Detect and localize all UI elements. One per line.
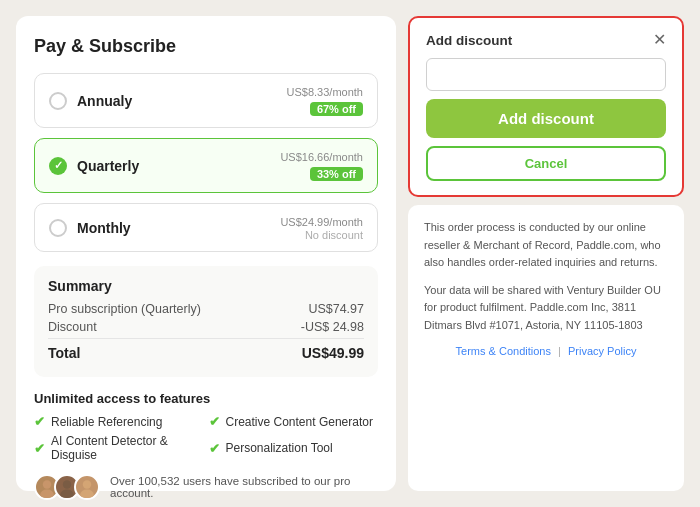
plan-price-monthly: US$24.99/month <box>280 214 363 229</box>
features-title: Unlimited access to features <box>34 391 378 406</box>
features-grid: ✔ Reliable Referencing ✔ Creative Conten… <box>34 414 378 462</box>
social-text: Over 100,532 users have subscribed to ou… <box>110 475 378 499</box>
plan-left-monthly: Monthly <box>49 219 131 237</box>
plan-annually[interactable]: Annualy US$8.33/month 67% off <box>34 73 378 128</box>
radio-quarterly <box>49 157 67 175</box>
discount-popup-title: Add discount <box>426 33 512 48</box>
social-proof: Over 100,532 users have subscribed to ou… <box>34 474 378 500</box>
right-panel: Add discount ✕ Add discount Cancel This … <box>408 16 684 491</box>
plan-right-annually: US$8.33/month 67% off <box>287 84 363 117</box>
summary-label-discount: Discount <box>48 320 97 334</box>
plan-right-monthly: US$24.99/month No discount <box>280 214 363 241</box>
plan-price-quarterly: US$16.66/month <box>280 149 363 164</box>
avatars <box>34 474 94 500</box>
feature-item-1: ✔ Creative Content Generator <box>209 414 379 429</box>
feature-label-3: Personalization Tool <box>226 441 333 455</box>
panel-title: Pay & Subscribe <box>34 36 378 57</box>
feature-label-1: Creative Content Generator <box>226 415 373 429</box>
discount-popup-header: Add discount ✕ <box>426 32 666 48</box>
feature-label-2: AI Content Detector & Disguise <box>51 434 204 462</box>
summary-value-discount: -US$ 24.98 <box>301 320 364 334</box>
feature-label-0: Reliable Referencing <box>51 415 162 429</box>
info-text-1: This order process is conducted by our o… <box>424 219 668 272</box>
check-icon-1: ✔ <box>209 414 220 429</box>
close-button[interactable]: ✕ <box>653 32 666 48</box>
plan-name-quarterly: Quarterly <box>77 158 139 174</box>
feature-item-3: ✔ Personalization Tool <box>209 434 379 462</box>
avatar-3 <box>74 474 100 500</box>
summary-value-subscription: US$74.97 <box>308 302 364 316</box>
terms-link[interactable]: Terms & Conditions <box>456 345 551 357</box>
feature-item-0: ✔ Reliable Referencing <box>34 414 204 429</box>
main-container: Pay & Subscribe Annualy US$8.33/month 67… <box>0 0 700 507</box>
summary-row-total: Total US$49.99 <box>48 338 364 361</box>
plan-price-annually: US$8.33/month <box>287 84 363 99</box>
radio-annually <box>49 92 67 110</box>
check-icon-3: ✔ <box>209 441 220 456</box>
plan-badge-annually: 67% off <box>310 102 363 116</box>
summary-row-subscription: Pro subscription (Quarterly) US$74.97 <box>48 302 364 316</box>
feature-item-2: ✔ AI Content Detector & Disguise <box>34 434 204 462</box>
svg-point-2 <box>63 480 71 488</box>
plan-name-monthly: Monthly <box>77 220 131 236</box>
plan-left-annually: Annualy <box>49 92 132 110</box>
summary-row-discount: Discount -US$ 24.98 <box>48 320 364 334</box>
add-discount-button[interactable]: Add discount <box>426 99 666 138</box>
plan-left-quarterly: Quarterly <box>49 157 139 175</box>
plan-right-quarterly: US$16.66/month 33% off <box>280 149 363 182</box>
cancel-button[interactable]: Cancel <box>426 146 666 181</box>
svg-point-0 <box>43 480 51 488</box>
svg-point-5 <box>80 490 94 500</box>
plan-monthly[interactable]: Monthly US$24.99/month No discount <box>34 203 378 252</box>
summary-total-label: Total <box>48 345 80 361</box>
info-box: This order process is conducted by our o… <box>408 205 684 491</box>
left-panel: Pay & Subscribe Annualy US$8.33/month 67… <box>16 16 396 491</box>
plan-badge-quarterly: 33% off <box>310 167 363 181</box>
summary-label-subscription: Pro subscription (Quarterly) <box>48 302 201 316</box>
discount-code-input[interactable] <box>426 58 666 91</box>
svg-point-4 <box>83 480 91 488</box>
summary-box: Summary Pro subscription (Quarterly) US$… <box>34 266 378 377</box>
info-text-2: Your data will be shared with Ventury Bu… <box>424 282 668 335</box>
summary-title: Summary <box>48 278 364 294</box>
svg-point-1 <box>40 490 54 500</box>
svg-point-3 <box>60 490 74 500</box>
check-icon-2: ✔ <box>34 441 45 456</box>
check-icon-0: ✔ <box>34 414 45 429</box>
plan-no-discount: No discount <box>280 229 363 241</box>
discount-popup: Add discount ✕ Add discount Cancel <box>408 16 684 197</box>
plan-quarterly[interactable]: Quarterly US$16.66/month 33% off <box>34 138 378 193</box>
terms-row: Terms & Conditions | Privacy Policy <box>424 345 668 357</box>
separator: | <box>558 345 561 357</box>
privacy-link[interactable]: Privacy Policy <box>568 345 636 357</box>
summary-total-value: US$49.99 <box>302 345 364 361</box>
plan-name-annually: Annualy <box>77 93 132 109</box>
radio-monthly <box>49 219 67 237</box>
